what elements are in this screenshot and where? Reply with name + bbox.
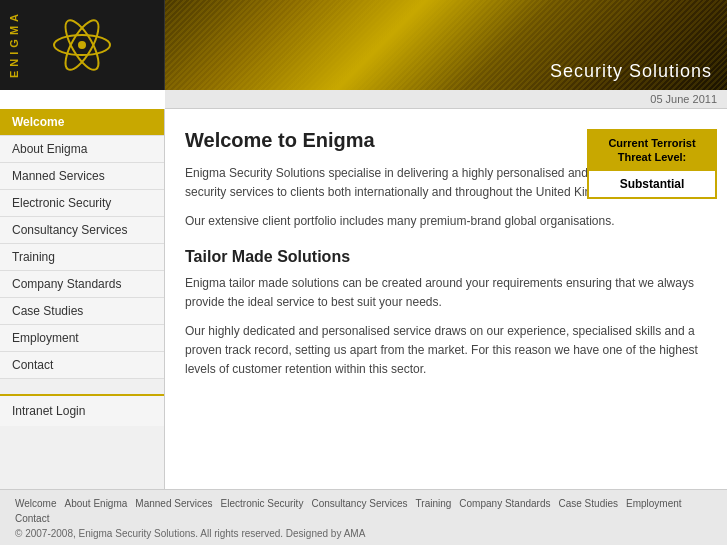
- footer-link-consultancy-services[interactable]: Consultancy Services: [311, 498, 407, 509]
- footer-nav: Welcome About Enigma Manned Services Ele…: [15, 498, 712, 524]
- footer-link-about-enigma[interactable]: About Enigma: [65, 498, 128, 509]
- footer-link-employment[interactable]: Employment: [626, 498, 682, 509]
- header: ENIGMA Security Solutions: [0, 0, 727, 90]
- nav-menu: WelcomeAbout EnigmaManned ServicesElectr…: [0, 109, 164, 379]
- sidebar-item-employment[interactable]: Employment: [0, 325, 164, 352]
- footer-link-welcome[interactable]: Welcome: [15, 498, 57, 509]
- security-solutions-text: Security Solutions: [535, 53, 727, 90]
- sub-heading: Tailor Made Solutions: [185, 248, 707, 266]
- footer-link-electronic-security[interactable]: Electronic Security: [221, 498, 304, 509]
- sidebar: WelcomeAbout EnigmaManned ServicesElectr…: [0, 109, 165, 489]
- sidebar-item-welcome[interactable]: Welcome: [0, 109, 164, 136]
- footer-link-manned-services[interactable]: Manned Services: [135, 498, 212, 509]
- threat-level: Substantial: [589, 170, 715, 197]
- intro-para-2: Our extensive client portfolio includes …: [185, 212, 707, 231]
- footer-link-training[interactable]: Training: [416, 498, 452, 509]
- sidebar-item-company-standards[interactable]: Company Standards: [0, 271, 164, 298]
- sidebar-item-case-studies[interactable]: Case Studies: [0, 298, 164, 325]
- intranet-section: Intranet Login: [0, 394, 164, 426]
- date-text: 05 June 2011: [650, 93, 717, 105]
- footer-link-contact[interactable]: Contact: [15, 513, 49, 524]
- footer-link-case-studies[interactable]: Case Studies: [559, 498, 618, 509]
- footer: Welcome About Enigma Manned Services Ele…: [0, 489, 727, 545]
- threat-box: Current Terrorist Threat Level: Substant…: [587, 129, 717, 199]
- content-para-4: Our highly dedicated and personalised se…: [185, 322, 707, 380]
- sidebar-item-electronic-security[interactable]: Electronic Security: [0, 190, 164, 217]
- copyright: © 2007-2008, Enigma Security Solutions. …: [15, 528, 712, 539]
- atom-icon: [52, 15, 112, 75]
- sidebar-item-consultancy-services[interactable]: Consultancy Services: [0, 217, 164, 244]
- content-para-3: Enigma tailor made solutions can be crea…: [185, 274, 707, 312]
- threat-header: Current Terrorist Threat Level:: [589, 131, 715, 170]
- svg-point-3: [78, 41, 86, 49]
- content-area: Current Terrorist Threat Level: Substant…: [165, 109, 727, 489]
- footer-link-company-standards[interactable]: Company Standards: [459, 498, 550, 509]
- logo-text: ENIGMA: [8, 10, 20, 78]
- sidebar-item-manned-services[interactable]: Manned Services: [0, 163, 164, 190]
- logo-area: ENIGMA: [0, 0, 165, 90]
- sidebar-item-training[interactable]: Training: [0, 244, 164, 271]
- sidebar-item-about-enigma[interactable]: About Enigma: [0, 136, 164, 163]
- header-banner: Security Solutions: [165, 0, 727, 90]
- main-layout: WelcomeAbout EnigmaManned ServicesElectr…: [0, 109, 727, 489]
- sidebar-item-contact[interactable]: Contact: [0, 352, 164, 379]
- intranet-login-link[interactable]: Intranet Login: [0, 396, 164, 426]
- date-bar: 05 June 2011: [165, 90, 727, 109]
